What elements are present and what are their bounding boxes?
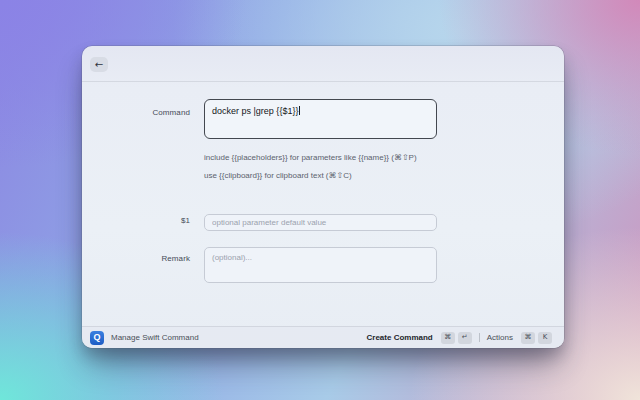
command-help: include {{placeholders}} for parameters … <box>204 151 444 182</box>
footer-bar: Q Manage Swift Command Create Command ⌘ … <box>82 326 564 348</box>
param1-row: $1 <box>82 212 564 229</box>
help-clipboard-text: use {{clipboard}} for clipboard text (⌘⇧… <box>204 169 428 182</box>
remark-row: Remark <box>82 247 564 287</box>
create-command-label: Create Command <box>367 333 433 342</box>
param1-input[interactable] <box>204 214 437 231</box>
command-textarea[interactable]: docker ps |grep {{$1}} <box>204 99 437 139</box>
return-keycap: ↵ <box>458 332 472 344</box>
create-command-button[interactable]: Create Command ⌘ ↵ <box>367 332 472 344</box>
cmd-keycap-2: ⌘ <box>521 332 535 344</box>
back-button[interactable]: ← <box>90 57 108 72</box>
back-arrow-icon: ← <box>95 60 103 70</box>
actions-button[interactable]: Actions ⌘ K <box>487 332 552 344</box>
app-chip: Q Manage Swift Command <box>90 331 199 345</box>
actions-label: Actions <box>487 333 513 342</box>
command-row: Command docker ps |grep {{$1}} <box>82 99 564 139</box>
cmd-keycap: ⌘ <box>441 332 455 344</box>
help-placeholders-text: include {{placeholders}} for parameters … <box>204 151 428 164</box>
k-keycap: K <box>538 332 552 344</box>
footer-app-name: Manage Swift Command <box>111 333 199 342</box>
remark-label: Remark <box>82 247 190 287</box>
command-text: docker ps |grep {{$1}} <box>212 106 298 116</box>
remark-textarea[interactable] <box>204 247 437 283</box>
window-header: ← <box>82 46 564 82</box>
swift-command-app-icon: Q <box>90 331 104 345</box>
param1-label: $1 <box>82 216 190 225</box>
command-label: Command <box>82 99 190 139</box>
footer-actions-divider <box>479 333 480 342</box>
create-command-form: Command docker ps |grep {{$1}} include {… <box>82 82 564 326</box>
text-caret <box>299 106 300 115</box>
app-window: ← Command docker ps |grep {{$1}} include… <box>82 46 564 348</box>
